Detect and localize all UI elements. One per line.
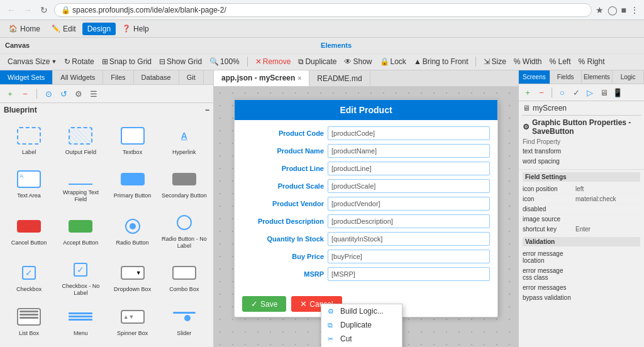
tab-readme[interactable]: README.md [309, 70, 370, 86]
tab-files[interactable]: Files [103, 70, 133, 84]
canvas-area[interactable]: Edit Product Product Code Product Name P… [214, 87, 518, 347]
widget-primary-name: Primary Button [114, 192, 152, 199]
ctx-duplicate[interactable]: ⧉ Duplicate [321, 318, 402, 332]
widget-checkbox[interactable]: ✓ Checkbox [5, 256, 53, 299]
input-qty[interactable] [328, 232, 490, 246]
prop-word-spacing-key: word spacing [523, 158, 579, 165]
extension-icon[interactable]: ■ [621, 5, 626, 15]
right-add-btn[interactable]: + [521, 86, 534, 99]
input-productvendor[interactable] [328, 197, 490, 211]
remove-btn[interactable]: ✕ Remove [253, 56, 294, 67]
fs-error-css-key: error message css class [523, 267, 573, 281]
widget-menu[interactable]: Menu [57, 303, 104, 339]
width-btn[interactable]: % Width [511, 56, 545, 67]
label-icon [17, 127, 41, 145]
ctx-build-logic[interactable]: ⚙ Build Logic... [321, 304, 402, 318]
show-btn[interactable]: 👁 Show [341, 56, 374, 67]
widget-wrapping-text[interactable]: Wrapping Text Field [57, 162, 104, 206]
ctx-cut[interactable]: ✂ Cut [321, 332, 402, 346]
collapse-icon[interactable]: − [205, 106, 209, 114]
lock-btn[interactable]: 🔒 Lock [377, 56, 409, 67]
filter-btn[interactable]: ☰ [87, 87, 100, 100]
widget-textbox[interactable]: Textbox [109, 122, 157, 158]
widget-radio-nolabel[interactable]: Radio Button - No Label [160, 209, 208, 252]
right-monitor-btn[interactable]: 🖥 [597, 86, 610, 99]
widget-slider[interactable]: Slider [160, 303, 208, 339]
delete-btn[interactable]: − [19, 87, 31, 100]
widget-menu-name: Menu [74, 330, 88, 337]
profile-icon[interactable]: ◯ [608, 5, 618, 15]
right-tab-logic[interactable]: Logic [613, 70, 644, 84]
widget-textbox-name: Textbox [123, 149, 142, 156]
snap-btn[interactable]: ⊞ Snap to Grid [99, 56, 154, 67]
form-row-qty: Quantity In Stock [242, 232, 490, 246]
widget-checkbox-nolabel[interactable]: ✓ Checkbox - No Label [57, 256, 104, 299]
tab-close-icon[interactable]: × [297, 75, 301, 82]
refresh-widgets-btn[interactable]: ↺ [57, 87, 70, 100]
info-btn[interactable]: ⚙ [72, 87, 85, 100]
build-logic-icon: ⚙ [328, 307, 336, 316]
duplicate-btn[interactable]: ⧉ Duplicate [296, 56, 339, 67]
duplicate-label: Duplicate [305, 57, 336, 66]
screen-item-myscreen[interactable]: 🖥 myScreen [519, 101, 644, 115]
right-tab-screens[interactable]: Screens [519, 70, 550, 84]
widget-list[interactable]: List Box [5, 303, 53, 339]
input-productdesc[interactable] [328, 214, 490, 228]
widget-radio[interactable]: Radio Button [109, 209, 157, 252]
input-productcode[interactable] [328, 126, 490, 140]
size-btn[interactable]: ⇲ Size [481, 56, 508, 67]
tab-database[interactable]: Database [134, 70, 179, 84]
refresh-button[interactable]: ↻ [38, 4, 50, 16]
input-productname[interactable] [328, 144, 490, 158]
input-productline[interactable] [328, 162, 490, 175]
left-btn[interactable]: % Left [547, 56, 574, 67]
star-icon[interactable]: ★ [596, 5, 604, 15]
rotate-btn[interactable]: ↻ Rotate [62, 56, 96, 67]
add-btn[interactable]: + [4, 87, 16, 100]
widget-combo[interactable]: Combo Box [160, 256, 208, 299]
menu-icon[interactable]: ⋮ [630, 5, 639, 15]
widget-cancel-btn[interactable]: Cancel Button [5, 209, 53, 252]
tab-app-json[interactable]: app.json - myScreen × [214, 70, 309, 86]
save-button[interactable]: ✓ Save [242, 296, 286, 312]
right-circle-btn[interactable]: ○ [556, 86, 569, 99]
widget-textarea[interactable]: A Text Area [5, 162, 53, 206]
right-play-btn[interactable]: ▷ [584, 86, 596, 99]
right-tab-elements[interactable]: Elements [582, 70, 613, 84]
zoom-btn[interactable]: 🔍 100% [207, 56, 242, 67]
label-productcode: Product Code [242, 129, 324, 137]
right-phone-btn[interactable]: 📱 [611, 86, 624, 99]
input-productscale[interactable] [328, 179, 490, 193]
fs-icon-key: icon [523, 196, 573, 202]
canvas-size-btn[interactable]: Canvas Size ▼ [5, 56, 59, 67]
show-grid-btn[interactable]: ⊟ Show Grid [157, 56, 204, 67]
left-label: % Left [550, 57, 571, 66]
tab-git[interactable]: Git [179, 70, 204, 84]
menu-home[interactable]: 🏠 Home [4, 23, 45, 35]
widget-output-field[interactable]: Output Field [57, 122, 104, 158]
menu-edit[interactable]: ✏️ Edit [47, 23, 81, 35]
tab-all-widgets[interactable]: All Widgets [53, 70, 103, 84]
input-buyprice[interactable] [328, 250, 490, 263]
settings-btn[interactable]: ⊙ [42, 87, 55, 100]
bring-front-btn[interactable]: ▲ Bring to Front [411, 56, 471, 67]
widget-accept-btn[interactable]: Accept Button [57, 209, 104, 252]
menu-help[interactable]: ❓ Help [117, 23, 154, 35]
address-bar[interactable]: 🔒 spaces.profoundjs.com/ide/alex/blank-p… [54, 3, 592, 17]
right-tab-fields[interactable]: Fields [550, 70, 582, 84]
widget-primary-btn[interactable]: Primary Button [109, 162, 157, 206]
input-msrp[interactable] [328, 267, 490, 281]
right-check-btn[interactable]: ✓ [570, 86, 582, 99]
widget-secondary-btn[interactable]: Secondary Button [160, 162, 208, 206]
right-btn[interactable]: % Right [576, 56, 608, 67]
menu-design[interactable]: Design [82, 23, 116, 35]
back-button[interactable]: ← [5, 4, 18, 16]
width-label: % Width [514, 57, 542, 66]
widget-spinner[interactable]: ▲▼ Spinner Box [109, 303, 157, 339]
widget-hyperlink[interactable]: A Hyperlink [160, 122, 208, 158]
tab-widget-sets[interactable]: Widget Sets [0, 70, 53, 84]
widget-dropdown[interactable]: ▼ Dropdown Box [109, 256, 157, 299]
right-delete-btn[interactable]: − [535, 86, 548, 99]
widget-label[interactable]: Label [5, 122, 53, 158]
forward-button[interactable]: → [21, 4, 34, 16]
